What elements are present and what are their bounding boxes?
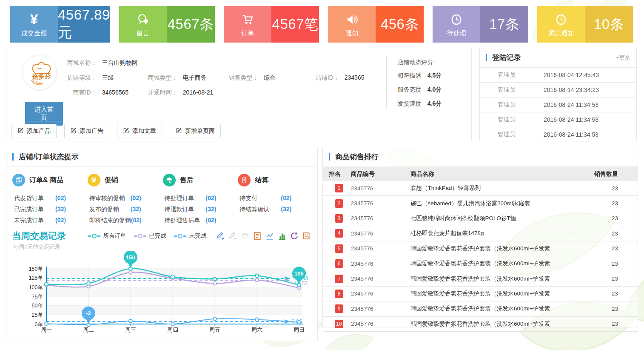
login-record-row: 管理员2016-08-14 23:34:23: [480, 82, 636, 97]
status-item-count[interactable]: (02): [131, 217, 142, 224]
settlement-icon: [238, 174, 251, 186]
ranking-rank-cell: 1: [323, 184, 351, 192]
stat-value-area: 4567条: [167, 6, 215, 43]
ranking-row: 32345776七匹狼纯棉时尚休闲条纹翻领POLO衫T恤23: [323, 211, 638, 226]
status-item-count[interactable]: (02): [281, 195, 291, 201]
ranking-qty-cell: 23: [591, 230, 638, 237]
svg-text:125单: 125单: [29, 275, 43, 281]
shop-field: 开通时间：2016-08-21: [144, 89, 225, 97]
shop-field: 商家ID：34656565: [63, 89, 144, 97]
status-item-count[interactable]: (32): [55, 206, 66, 212]
save-image-icon[interactable]: [302, 231, 311, 241]
action-button-4[interactable]: 新增单页面: [170, 124, 221, 138]
ranking-row: 72345776韩国爱敬挚爱香氛花香洗护套装（洗发水600ml+护发素23: [323, 271, 638, 286]
stat-card-left: 通知: [328, 6, 376, 43]
stat-card-1[interactable]: ¥成交金额4567.89元: [10, 6, 110, 43]
legend-label: 所有订单: [103, 232, 126, 240]
chart-toolbar: [216, 231, 311, 241]
svg-text:25单: 25单: [32, 312, 43, 318]
stat-card-6[interactable]: 紧急通知10条: [537, 6, 633, 43]
status-group-items: 待处理订单(02)待退款订单(32)待处理售后单(02): [165, 192, 229, 226]
markline-add-icon[interactable]: [216, 231, 225, 241]
status-item-count[interactable]: (02): [206, 195, 217, 201]
rating-value: 4.0分: [427, 86, 442, 93]
stat-card-2[interactable]: 留言4567条: [119, 6, 215, 43]
status-item-label: 待退款订单: [165, 204, 206, 215]
legend-marker-icon: [138, 234, 142, 238]
ranking-rank-cell: 9: [323, 304, 351, 313]
status-item-count[interactable]: (32): [281, 206, 291, 212]
ranking-code-cell: 2345776: [351, 230, 410, 237]
login-record-row: 管理员2016-08-24 11:34:53: [480, 97, 636, 112]
action-button-1[interactable]: 添加产品: [11, 124, 57, 138]
ranking-qty-cell: 23: [591, 306, 638, 312]
status-item: 待支付(02): [239, 192, 304, 204]
legend-dash: [143, 235, 146, 237]
status-group-items: 待审核的促销(02)发布的促销(32)即将结束的促销(02): [89, 192, 154, 226]
shop-field-row: 店铺等级：三级商城类型：电子商务销售类型：综合店铺ID：234565: [63, 74, 386, 82]
ranking-rank-cell: 5: [323, 244, 351, 253]
ranking-row: 22345776施巴（sebamed）婴儿泡泡沐浴露200ml家庭装23: [323, 196, 638, 211]
stat-card-5[interactable]: 待处理17条: [433, 6, 528, 43]
ranking-rank-cell: 10: [323, 320, 351, 328]
login-time: 2016-08-04 12:45:43: [544, 72, 599, 78]
markline-remove-icon[interactable]: [228, 231, 237, 241]
status-item: 已完成订单(32): [14, 204, 78, 215]
stat-value: 17条: [489, 15, 519, 34]
legend-item-所有订单[interactable]: 所有订单: [88, 232, 126, 240]
status-item-count[interactable]: (02): [206, 217, 217, 224]
stat-card-4[interactable]: 通知456条: [328, 6, 424, 43]
field-value: 综合: [264, 74, 276, 81]
status-item-label: 待支付: [239, 192, 281, 204]
login-user: 管理员: [480, 131, 544, 138]
status-item-count[interactable]: (02): [55, 217, 66, 224]
status-item: 待处理订单(02): [165, 192, 229, 204]
status-item-count[interactable]: (32): [206, 206, 217, 212]
more-link[interactable]: +更多: [616, 54, 630, 62]
status-item: 待处理售后单(02): [165, 215, 229, 226]
rating-title: 店铺动态评分:: [398, 56, 467, 69]
status-item-count[interactable]: (32): [131, 206, 141, 212]
restore-icon[interactable]: [290, 231, 299, 241]
login-record-row: 管理员2016-08-24 11:34:53: [480, 127, 636, 142]
ranking-code-cell: 2345776: [351, 290, 410, 297]
ranking-code-cell: 2345776: [351, 185, 410, 192]
cart-icon: [240, 11, 255, 28]
field-label: 销售类型：: [225, 74, 259, 82]
field-value: 234565: [345, 74, 365, 81]
ranking-header: 商品销售排行: [323, 147, 638, 167]
status-group-items: 待支付(02)待结算确认(32): [239, 192, 304, 215]
mark-clear-icon[interactable]: [240, 231, 250, 241]
stat-card-left: 待处理: [433, 6, 480, 43]
status-item-count[interactable]: (02): [55, 195, 66, 201]
yen-icon: ¥: [30, 11, 38, 28]
ranking-table-header: 排名商品编号商品名称销售数量: [323, 167, 638, 181]
login-user: 管理员: [480, 71, 544, 79]
status-group-1: 订单& 商品代发货订单(02)已完成订单(32)未完成订单(02): [12, 174, 88, 226]
legend-item-已完成[interactable]: 已完成: [134, 232, 167, 240]
legend-dash: [174, 235, 177, 237]
svg-text:75单: 75单: [32, 294, 43, 300]
stat-value-area: 456条: [376, 6, 424, 43]
legend-dash: [183, 235, 186, 237]
bar-chart-icon[interactable]: [277, 231, 287, 241]
legend-item-未完成[interactable]: 未完成: [174, 232, 207, 240]
product-ranking-panel: 商品销售排行 排名商品编号商品名称销售数量 12345776联想（ThinkPa…: [322, 147, 638, 327]
stat-card-left: ¥成交金额: [10, 6, 58, 43]
legend-marker-icon: [92, 234, 97, 238]
login-records-header: 登陆记录 +更多: [480, 48, 636, 68]
ranking-code-cell: 2345776: [351, 275, 410, 282]
stat-label: 紧急通知: [548, 29, 574, 37]
stat-card-3[interactable]: 订单4567笔: [224, 6, 319, 43]
ranking-name-cell: 韩国爱敬挚爱香氛花香洗护套装（洗发水600ml+护发素: [410, 245, 591, 252]
action-button-3[interactable]: 添加文章: [117, 124, 162, 138]
status-item-count[interactable]: (02): [131, 195, 141, 201]
svg-text:106: 106: [294, 270, 304, 277]
action-button-2[interactable]: 添加广告: [64, 124, 109, 138]
data-view-icon[interactable]: [253, 231, 262, 241]
svg-text:100单: 100单: [29, 284, 43, 290]
line-chart-icon[interactable]: [265, 231, 274, 241]
stat-label: 成交金额: [21, 29, 47, 37]
rank-badge: 2: [335, 199, 343, 208]
ranking-column-header: 销售数量: [591, 170, 638, 178]
